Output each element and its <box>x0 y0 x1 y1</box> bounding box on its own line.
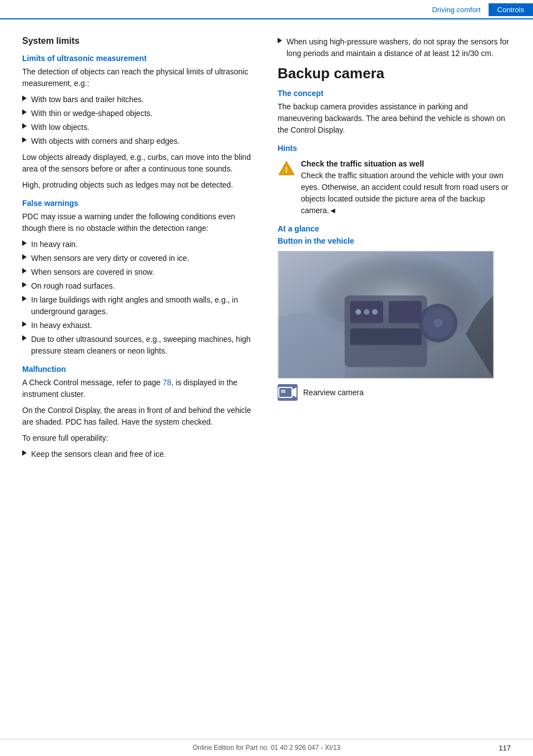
warning-body: Check the traffic situation around the v… <box>301 171 509 215</box>
warning-title: Check the traffic situation as well <box>301 159 424 168</box>
bullet-arrow-icon <box>22 296 27 301</box>
list-item: In heavy rain. <box>22 239 255 250</box>
low-objects-text: Low objects already displayed, e.g., cur… <box>22 152 255 175</box>
list-item: When using high-pressure washers, do not… <box>278 36 511 59</box>
list-item: When sensors are covered in snow. <box>22 266 255 278</box>
malfunction-link[interactable]: 78 <box>163 378 172 387</box>
main-content: System limits Limits of ultrasonic measu… <box>0 19 533 481</box>
concept-title: The concept <box>278 89 511 98</box>
backup-camera-title: Backup camera <box>278 65 511 82</box>
bullet-arrow-icon <box>22 282 27 288</box>
list-item-text: Due to other ultrasound sources, e.g., s… <box>31 334 255 357</box>
malfunction-p1: A Check Control message, refer to page 7… <box>22 377 255 400</box>
page-header: Driving comfort Controls <box>0 0 533 19</box>
footer-edition: Online Edition for Part no. 01 40 2 926 … <box>193 744 340 752</box>
list-item: Due to other ultrasound sources, e.g., s… <box>22 334 255 357</box>
bullet-arrow-icon <box>22 95 27 101</box>
warning-content: Check the traffic situation as well Chec… <box>301 158 511 216</box>
limits-bullets-list: With tow bars and trailer hitches. With … <box>22 94 255 147</box>
false-warnings-intro: PDC may issue a warning under the follow… <box>22 211 255 234</box>
bullet-arrow-icon <box>22 123 27 129</box>
list-item-text: In large buildings with right angles and… <box>31 294 255 317</box>
left-column: System limits Limits of ultrasonic measu… <box>22 36 255 465</box>
warning-triangle-icon: ! <box>278 159 295 177</box>
svg-text:!: ! <box>285 165 288 174</box>
malfunction-p3: To ensure full operability: <box>22 432 255 444</box>
svg-point-11 <box>364 309 369 315</box>
header-tabs: Driving comfort Controls <box>424 3 533 16</box>
malfunction-p2: On the Control Display, the areas in fro… <box>22 405 255 428</box>
tab-driving-comfort[interactable]: Driving comfort <box>424 3 488 16</box>
bullet-arrow-icon <box>22 240 27 246</box>
rearview-camera-label: Rearview camera <box>303 388 364 397</box>
svg-rect-5 <box>389 301 421 323</box>
list-item-text: In heavy rain. <box>31 239 78 250</box>
rearview-camera-icon <box>278 384 298 401</box>
malfunction-title: Malfunction <box>22 365 255 374</box>
list-item-text: With low objects. <box>31 122 89 133</box>
list-item-text: With tow bars and trailer hitches. <box>31 94 144 105</box>
warning-box: ! Check the traffic situation as well Ch… <box>278 158 511 216</box>
list-item-text: In heavy exhaust. <box>31 320 92 331</box>
list-item: In heavy exhaust. <box>22 320 255 331</box>
hints-title: Hints <box>278 144 511 153</box>
svg-point-12 <box>372 309 378 315</box>
footer-page-number: 117 <box>499 744 511 752</box>
car-interior-svg <box>278 251 494 378</box>
bullet-arrow-icon <box>22 335 27 341</box>
limits-subsection-title: Limits of ultrasonic measurement <box>22 54 255 63</box>
list-item-text: With thin or wedge-shaped objects. <box>31 108 153 119</box>
limits-intro: The detection of objects can reach the p… <box>22 66 255 89</box>
at-glance-title: At a glance <box>278 224 511 233</box>
svg-rect-15 <box>281 390 285 393</box>
rearview-camera-row: Rearview camera <box>278 384 511 401</box>
list-item-text: With objects with corners and sharp edge… <box>31 135 180 147</box>
list-item: With objects with corners and sharp edge… <box>22 135 255 147</box>
right-column: When using high-pressure washers, do not… <box>272 36 511 465</box>
bullet-arrow-icon <box>278 38 282 43</box>
list-item: When sensors are very dirty or covered i… <box>22 253 255 264</box>
list-item-text: When sensors are covered in snow. <box>31 266 154 278</box>
list-item: With tow bars and trailer hitches. <box>22 94 255 105</box>
list-item-text: On rough road surfaces. <box>31 280 115 292</box>
bullet-arrow-icon <box>22 137 27 143</box>
bullet-arrow-icon <box>22 268 27 274</box>
false-warnings-list: In heavy rain. When sensors are very dir… <box>22 239 255 357</box>
list-item-text: When sensors are very dirty or covered i… <box>31 253 189 264</box>
malfunction-bullets: Keep the sensors clean and free of ice. <box>22 448 255 460</box>
concept-text: The backup camera provides assistance in… <box>278 101 511 136</box>
list-item: On rough road surfaces. <box>22 280 255 292</box>
car-interior-image <box>278 251 494 379</box>
bullet-arrow-icon <box>22 254 27 260</box>
system-limits-title: System limits <box>22 36 255 46</box>
list-item-text: Keep the sensors clean and free of ice. <box>31 448 166 460</box>
high-objects-text: High, protruding objects such as ledges … <box>22 179 255 191</box>
bullet-arrow-icon <box>22 109 27 115</box>
camera-icon-svg <box>278 384 298 401</box>
list-item-text: When using high-pressure washers, do not… <box>286 36 511 59</box>
svg-marker-14 <box>292 387 296 397</box>
svg-point-9 <box>434 319 443 327</box>
bullet-arrow-icon <box>22 450 27 456</box>
tab-controls[interactable]: Controls <box>489 3 533 16</box>
page-footer: Online Edition for Part no. 01 40 2 926 … <box>0 739 533 756</box>
list-item: With thin or wedge-shaped objects. <box>22 108 255 119</box>
malfunction-text1: A Check Control message, refer to page <box>22 378 163 387</box>
bullet-arrow-icon <box>22 321 27 327</box>
list-item: In large buildings with right angles and… <box>22 294 255 317</box>
svg-rect-6 <box>350 329 422 345</box>
svg-point-10 <box>355 309 361 315</box>
false-warnings-title: False warnings <box>22 199 255 208</box>
list-item: Keep the sensors clean and free of ice. <box>22 448 255 460</box>
button-vehicle-title: Button in the vehicle <box>278 236 511 245</box>
list-item: With low objects. <box>22 122 255 133</box>
high-pressure-list: When using high-pressure washers, do not… <box>278 36 511 59</box>
